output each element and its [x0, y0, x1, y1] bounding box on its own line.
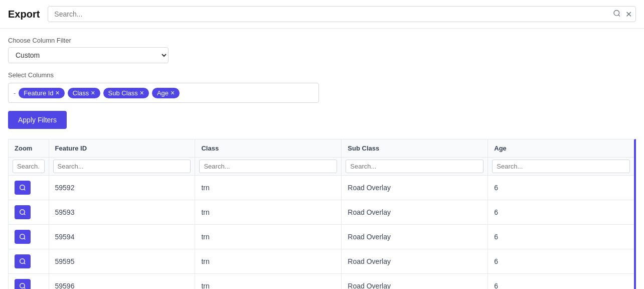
feature-id-col-search[interactable]	[53, 160, 191, 173]
sub-class-col-search[interactable]	[346, 160, 484, 173]
table-row: 59596 trn Road Overlay 6	[9, 274, 634, 290]
table-row: 59595 trn Road Overlay 6	[9, 249, 634, 274]
tag-sub-class-label: Sub Class	[108, 89, 138, 97]
col-header-zoom: Zoom	[9, 139, 49, 158]
svg-line-3	[24, 189, 26, 191]
header: Export ✕	[0, 0, 644, 29]
age-cell: 6	[488, 225, 634, 249]
global-search-input[interactable]	[48, 6, 636, 22]
class-cell: trn	[195, 274, 342, 290]
feature-id-cell: 59595	[49, 249, 195, 274]
sub-class-cell: Road Overlay	[342, 200, 488, 225]
global-search-close-btn[interactable]: ✕	[624, 9, 633, 20]
feature-id-search-cell	[49, 158, 195, 176]
sub-class-search-cell	[342, 158, 488, 176]
zoom-cell	[9, 200, 49, 225]
class-cell: trn	[195, 249, 342, 274]
row-zoom-button[interactable]	[15, 205, 31, 219]
choose-column-filter-label: Choose Column Filter	[8, 37, 636, 44]
select-columns-label: Select Columns	[8, 71, 636, 79]
global-search-wrapper: ✕	[48, 6, 636, 22]
tag-age-label: Age	[157, 89, 169, 97]
feature-id-cell: 59596	[49, 274, 195, 290]
tag-age: Age ×	[152, 88, 180, 98]
row-zoom-button[interactable]	[15, 181, 31, 195]
table-body: 59592 trn Road Overlay 6 59593 trn Road …	[9, 176, 634, 290]
svg-line-5	[24, 214, 26, 215]
zoom-search-cell	[9, 158, 49, 176]
feature-id-cell: 59593	[49, 200, 195, 225]
table-row: 59592 trn Road Overlay 6	[9, 176, 634, 200]
table-search-row	[9, 158, 634, 176]
svg-point-6	[20, 234, 25, 239]
row-zoom-button[interactable]	[15, 254, 31, 268]
class-cell: trn	[195, 200, 342, 225]
svg-line-11	[24, 287, 26, 289]
tag-class: Class ×	[68, 88, 100, 98]
table-row: 59593 trn Road Overlay 6	[9, 200, 634, 225]
svg-point-4	[20, 210, 25, 214]
column-filter-select[interactable]: Custom Default All Columns	[8, 47, 169, 63]
tag-class-label: Class	[73, 89, 89, 97]
svg-point-2	[20, 185, 25, 190]
zoom-col-search[interactable]	[13, 160, 45, 173]
content-area: Choose Column Filter Custom Default All …	[0, 29, 644, 289]
table-row: 59594 trn Road Overlay 6	[9, 225, 634, 249]
age-cell: 6	[488, 200, 634, 225]
zoom-cell	[9, 274, 49, 290]
zoom-cell	[9, 176, 49, 200]
feature-id-cell: 59594	[49, 225, 195, 249]
age-cell: 6	[488, 176, 634, 200]
class-cell: trn	[195, 176, 342, 200]
class-col-search[interactable]	[199, 160, 337, 173]
tag-class-remove[interactable]: ×	[91, 89, 95, 96]
class-cell: trn	[195, 225, 342, 249]
svg-point-0	[614, 11, 619, 16]
data-table-container: Zoom Feature ID Class Sub Class Age	[8, 139, 636, 289]
tag-feature-id: Feature Id ×	[19, 88, 64, 98]
age-search-cell	[488, 158, 634, 176]
svg-point-8	[20, 259, 25, 263]
tag-sub-class-remove[interactable]: ×	[140, 89, 144, 96]
table-header-row: Zoom Feature ID Class Sub Class Age	[9, 139, 634, 158]
age-cell: 6	[488, 249, 634, 274]
tag-dash: -	[14, 89, 16, 97]
col-header-feature-id: Feature ID	[49, 139, 195, 158]
zoom-cell	[9, 225, 49, 249]
data-table: Zoom Feature ID Class Sub Class Age	[9, 139, 634, 289]
sub-class-cell: Road Overlay	[342, 249, 488, 274]
feature-id-cell: 59592	[49, 176, 195, 200]
age-cell: 6	[488, 274, 634, 290]
tag-sub-class: Sub Class ×	[103, 88, 149, 98]
sub-class-cell: Road Overlay	[342, 274, 488, 290]
row-zoom-button[interactable]	[15, 230, 31, 244]
sub-class-cell: Road Overlay	[342, 225, 488, 249]
sub-class-cell: Road Overlay	[342, 176, 488, 200]
tag-feature-id-remove[interactable]: ×	[56, 89, 60, 96]
apply-filters-button[interactable]: Apply Filters	[8, 111, 67, 129]
tag-age-remove[interactable]: ×	[171, 89, 175, 96]
global-search-icon-btn[interactable]	[612, 9, 622, 20]
row-zoom-button[interactable]	[15, 279, 31, 289]
col-header-sub-class: Sub Class	[342, 139, 488, 158]
age-col-search[interactable]	[492, 160, 630, 173]
col-header-age: Age	[488, 139, 634, 158]
col-header-class: Class	[195, 139, 342, 158]
svg-line-7	[24, 238, 26, 240]
tags-container: - Feature Id × Class × Sub Class × Age ×	[8, 83, 319, 103]
svg-line-1	[618, 15, 620, 17]
tag-feature-id-label: Feature Id	[24, 89, 53, 97]
class-search-cell	[195, 158, 342, 176]
svg-point-10	[20, 283, 25, 288]
svg-line-9	[24, 263, 26, 264]
page-title: Export	[8, 9, 40, 20]
zoom-cell	[9, 249, 49, 274]
